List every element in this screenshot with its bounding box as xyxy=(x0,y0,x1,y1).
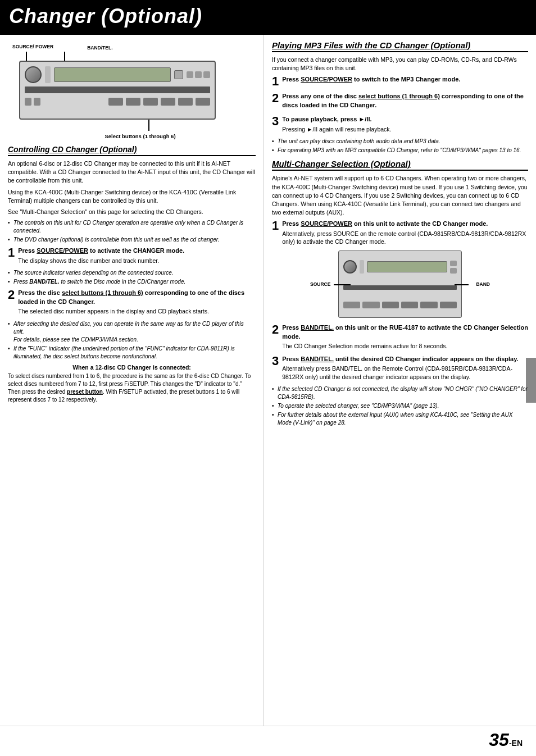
disc-slot xyxy=(25,86,210,93)
mp3-step2-num: 2 xyxy=(272,92,279,104)
multi-s2-bold: BAND/TEL. xyxy=(301,324,334,331)
mp3-step2: 2 Press any one of the disc select butto… xyxy=(272,92,528,111)
p2-display xyxy=(367,261,447,272)
p2-slot xyxy=(343,285,457,290)
multi-step1-title: Press SOURCE/POWER on this unit to activ… xyxy=(282,220,528,228)
device-diagram: SOURCE/ POWER BAND/TEL. xyxy=(8,44,256,139)
left-small-btns xyxy=(25,98,40,106)
player2-source-label: SOURCE xyxy=(310,281,330,287)
multi-step3-num: 3 xyxy=(272,355,279,367)
subsection-12disc-text: To select discs numbered from 1 to 6, th… xyxy=(8,372,256,404)
step1-desc: The display shows the disc number and tr… xyxy=(18,257,256,265)
select-btn-3 xyxy=(143,98,158,106)
multi-step3-desc: Alternatively press BAND/TEL. on the Rem… xyxy=(282,365,528,381)
step1-title: Press SOURCE/POWER to activate the CHANG… xyxy=(18,247,256,255)
select-btn-2 xyxy=(126,98,140,106)
p2-right-btns xyxy=(450,261,457,274)
mp3-step3-content: To pause playback, press ►/II. Pressing … xyxy=(282,115,528,133)
band-arrow-line xyxy=(455,284,469,285)
player2-container: SOURCE xyxy=(310,251,490,318)
mp3-step2-content: Press any one of the disc select buttons… xyxy=(282,92,528,111)
page-number: 35 xyxy=(489,730,509,750)
multi-step2-title: Press BAND/TEL. on this unit or the RUE-… xyxy=(282,324,528,341)
p2-row1 xyxy=(343,260,457,274)
arrow-line-1 xyxy=(26,52,27,61)
player-btn-3 xyxy=(203,71,210,78)
multi-step2-desc: The CD Changer Selection mode remains ac… xyxy=(282,342,528,350)
section1-bullets: The controls on this unit for CD Changer… xyxy=(8,219,256,244)
p2-sel-2 xyxy=(362,302,379,308)
mp3-step2-title: Press any one of the disc select buttons… xyxy=(282,92,528,110)
step2-title: Press the disc select buttons (1 through… xyxy=(18,289,256,306)
mp3-s2-bold: select buttons (1 through 6) xyxy=(358,93,440,99)
page-title: Changer (Optional) xyxy=(9,4,527,28)
select-btn-5 xyxy=(178,98,193,106)
player-eject-btn xyxy=(174,70,183,79)
multi-bullets: If the selected CD Changer is not connec… xyxy=(272,385,528,427)
step2-bold: select buttons (1 through 6) xyxy=(62,289,143,296)
preset-bold: preset button xyxy=(67,389,103,395)
mp3-bullet-1: The unit can play discs containing both … xyxy=(272,138,528,145)
step1-num: 1 xyxy=(8,247,15,259)
label-band-tel-top: BAND/TEL. xyxy=(87,45,112,51)
step2-content: Press the disc select buttons (1 through… xyxy=(18,289,256,315)
multi-step2-content: Press BAND/TEL. on this unit or the RUE-… xyxy=(282,324,528,350)
p2-sel-1 xyxy=(343,302,360,308)
player2-band-label: BAND xyxy=(476,281,490,287)
mp3-step1-num: 1 xyxy=(272,75,279,88)
player2-face xyxy=(338,251,462,318)
mp3-step1-content: Press SOURCE/POWER to switch to the MP3 … xyxy=(282,75,528,85)
player-knob xyxy=(25,66,42,83)
right-column: Playing MP3 Files with the CD Changer (O… xyxy=(264,35,536,726)
multi-step1-num: 1 xyxy=(272,220,279,232)
mp3-bullets: The unit can play discs containing both … xyxy=(272,138,528,154)
mp3-step3-num: 3 xyxy=(272,115,279,127)
source-arrow-line xyxy=(334,284,351,285)
multi-bullet-1: If the selected CD Changer is not connec… xyxy=(272,385,528,401)
multi-step1: 1 Press SOURCE/POWER on this unit to act… xyxy=(272,220,528,246)
page: Changer (Optional) SOURCE/ POWER BAND/TE… xyxy=(0,0,536,756)
step1-bold-1: SOURCE/POWER xyxy=(37,247,88,254)
section1-intro2: Using the KCA-400C (Multi-Changer Switch… xyxy=(8,188,256,205)
page-header: Changer (Optional) xyxy=(0,0,536,35)
player2-diagram: SOURCE xyxy=(272,251,528,318)
player-top-row xyxy=(20,62,215,85)
multi-bullet-2: To operate the selected changer, see "CD… xyxy=(272,402,528,410)
step1-bullet-1: The source indicator varies depending on… xyxy=(8,269,256,277)
p2-knob xyxy=(343,260,357,274)
section-mp3-title: Playing MP3 Files with the CD Changer (O… xyxy=(272,40,528,50)
section1-intro1: An optional 6-disc or 12-disc CD Changer… xyxy=(8,160,256,185)
content-area: SOURCE/ POWER BAND/TEL. xyxy=(0,35,536,726)
section-multi-header: Multi-Changer Selection (Optional) xyxy=(272,159,528,171)
section1-header: Controlling CD Changer (Optional) xyxy=(8,145,256,156)
step2-bullet-2: If the "FUNC" indicator (the underlined … xyxy=(8,345,256,361)
select-btn-4 xyxy=(161,98,175,106)
section-mp3-intro: If you connect a changer compatible with… xyxy=(272,56,528,72)
multi-bullet-3: For further details about the external i… xyxy=(272,411,528,427)
multi-step1-content: Press SOURCE/POWER on this unit to activ… xyxy=(282,220,528,246)
step2-item: 2 Press the disc select buttons (1 throu… xyxy=(8,289,256,315)
multi-step1-desc: Alternatively, press SOURCE on the remot… xyxy=(282,230,528,246)
subsection-12disc-title: When a 12-disc CD Changer is connected: xyxy=(8,364,256,371)
mp3-step1: 1 Press SOURCE/POWER to switch to the MP… xyxy=(272,75,528,88)
player-right-btns xyxy=(187,71,210,78)
multi-step3-title: Press BAND/TEL. until the desired CD Cha… xyxy=(282,355,528,363)
select-buttons-label: Select buttons (1 through 6) xyxy=(25,133,256,139)
p2-btn-r2 xyxy=(450,268,457,274)
diagram-arrow-area xyxy=(19,120,256,131)
step1-bullet-2: Press BAND/TEL. to switch the Disc mode … xyxy=(8,278,256,286)
page-number-suffix: -EN xyxy=(509,739,523,748)
p2-sel-6 xyxy=(440,302,457,308)
player-faceplate-1 xyxy=(45,66,51,83)
left-column: SOURCE/ POWER BAND/TEL. xyxy=(0,35,264,726)
p2-btn-r1 xyxy=(450,261,457,266)
page-number-area: 35 -EN xyxy=(0,726,536,756)
multi-step2: 2 Press BAND/TEL. on this unit or the RU… xyxy=(272,324,528,350)
p2-sel-4 xyxy=(401,302,418,308)
player-display xyxy=(54,67,171,82)
section-mp3-header: Playing MP3 Files with the CD Changer (O… xyxy=(272,40,528,52)
player-btn-1 xyxy=(187,71,193,78)
small-btn-2 xyxy=(34,98,40,106)
subsection-12disc: When a 12-disc CD Changer is connected: … xyxy=(8,364,256,404)
step2-desc: The selected disc number appears in the … xyxy=(18,307,256,316)
